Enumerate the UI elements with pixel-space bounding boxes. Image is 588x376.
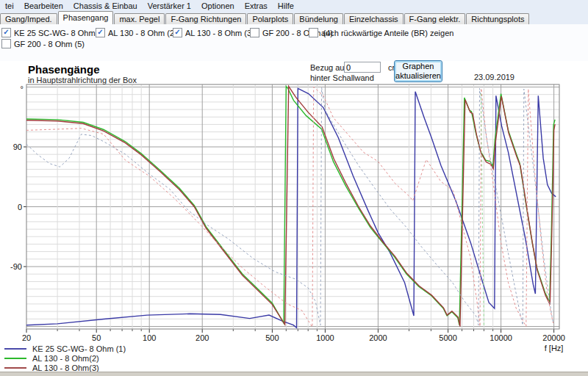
x-tick-label: 20 (22, 333, 31, 342)
legend-row-1: KE 25 SC-WG- 8 Ohm (1) (4, 344, 126, 353)
x-axis-unit-label: f [Hz] (545, 344, 564, 352)
boxsim-window: { "menu": { "items": ["tei", "Bearbeiten… (0, 0, 588, 376)
y-tick-label: 90 (13, 142, 22, 151)
x-tick-label: 1000 (316, 333, 334, 342)
x-tick-label: 10000 (490, 333, 512, 342)
y-tick-label: 0 (18, 203, 22, 212)
legend-line-swatch (4, 348, 26, 350)
x-tick-label: 5000 (439, 333, 456, 342)
curve-dashed-lightgreen (481, 94, 484, 325)
x-tick-label: 200 (196, 333, 209, 342)
legend-label: KE 25 SC-WG- 8 Ohm (1) (32, 344, 126, 353)
legend-label: AL 130 - 8 Ohm(2) (32, 354, 99, 363)
bottom-status-bar (0, 372, 588, 376)
chart-legend: KE 25 SC-WG- 8 Ohm (1)AL 130 - 8 Ohm(2)A… (4, 344, 126, 372)
legend-line-swatch (4, 358, 26, 359)
y-tick-label: -90 (10, 262, 22, 271)
legend-label: AL 130 - 8 Ohm(3) (32, 364, 99, 372)
legend-line-swatch (4, 367, 26, 369)
tab-phasengang[interactable]: Phasengang (58, 11, 114, 24)
y-axis-unit-label: ° (21, 84, 24, 93)
x-tick-label: 50 (92, 333, 101, 342)
phase-plot: 20501002005001000200050001000020000900-9… (0, 0, 588, 376)
x-tick-label: 2000 (369, 333, 387, 342)
x-tick-label: 20000 (542, 333, 565, 342)
x-tick-label: 100 (143, 333, 156, 342)
legend-row-2: AL 130 - 8 Ohm(2) (4, 353, 126, 363)
x-tick-label: 500 (265, 333, 279, 342)
